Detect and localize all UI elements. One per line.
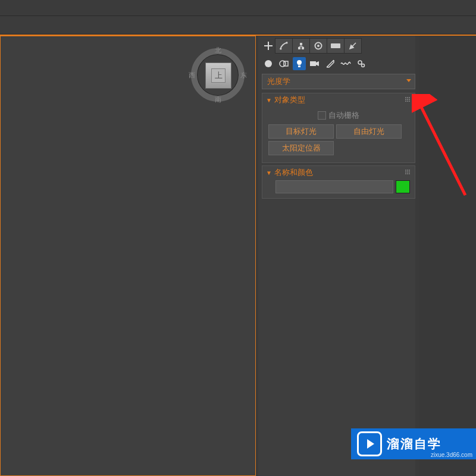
collapse-icon: ▼ <box>266 170 272 176</box>
svg-rect-12 <box>310 61 316 66</box>
svg-point-6 <box>317 45 320 47</box>
rollout-header-name-color[interactable]: ▼ 名称和颜色 <box>262 166 415 179</box>
svg-line-15 <box>418 100 465 195</box>
category-shapes[interactable] <box>277 57 290 70</box>
chevron-down-icon <box>406 79 411 82</box>
svg-point-14 <box>362 64 365 67</box>
svg-rect-7 <box>331 43 340 48</box>
viewcube-north: 北 <box>215 46 221 55</box>
auto-grid-checkbox[interactable] <box>318 111 326 120</box>
category-cameras[interactable] <box>308 57 321 70</box>
viewcube[interactable]: 北 南 东 西 上 <box>191 48 245 102</box>
rollout-body-object-type: 自动栅格 目标灯光 自由灯光 太阳定位器 <box>262 107 415 162</box>
rollout-header-object-type[interactable]: ▼ 对象类型 <box>262 93 415 107</box>
menu-bar <box>0 0 476 16</box>
command-panel-tabs <box>258 36 419 55</box>
svg-rect-4 <box>300 43 302 45</box>
svg-rect-3 <box>302 47 304 49</box>
command-panel: 光度学 ▼ 对象类型 自动栅格 目标灯光 自由灯光 太阳定位器 <box>258 36 419 476</box>
tab-motion[interactable] <box>327 38 345 54</box>
auto-grid-row: 自动栅格 <box>268 110 409 121</box>
svg-point-8 <box>265 60 272 67</box>
viewcube-south: 南 <box>215 95 221 104</box>
category-helpers[interactable] <box>324 57 337 70</box>
viewcube-face-top[interactable]: 上 <box>211 68 226 83</box>
object-color-swatch[interactable] <box>396 180 410 193</box>
grip-icon[interactable] <box>405 97 411 103</box>
viewcube-east: 东 <box>240 71 247 80</box>
tab-hierarchy[interactable] <box>309 38 327 54</box>
tab-modify[interactable] <box>292 38 310 54</box>
free-light-button[interactable]: 自由灯光 <box>336 124 402 139</box>
svg-rect-11 <box>298 65 300 67</box>
svg-point-1 <box>286 42 288 44</box>
rollout-title: 名称和颜色 <box>274 167 313 178</box>
light-type-dropdown[interactable]: 光度学 <box>262 74 415 89</box>
rollout-title: 对象类型 <box>274 95 305 105</box>
rollout-object-type: ▼ 对象类型 自动栅格 目标灯光 自由灯光 太阳定位器 <box>262 93 415 163</box>
collapse-icon: ▼ <box>266 97 272 104</box>
rollout-name-color: ▼ 名称和颜色 <box>262 165 415 199</box>
category-systems[interactable] <box>355 57 368 70</box>
category-spacewarps[interactable] <box>339 57 352 70</box>
watermark: 溜溜自学 zixue.3d66.com <box>351 428 476 459</box>
category-geometry[interactable] <box>262 57 275 70</box>
viewcube-west: 西 <box>189 71 195 80</box>
watermark-brand: 溜溜自学 <box>387 436 441 452</box>
name-color-row <box>262 179 415 198</box>
main-toolbar <box>0 16 476 35</box>
sun-positioner-button[interactable]: 太阳定位器 <box>268 141 334 155</box>
watermark-url: zixue.3d66.com <box>431 452 472 458</box>
svg-point-0 <box>280 48 282 50</box>
svg-point-13 <box>358 61 362 64</box>
object-name-input[interactable] <box>275 180 393 193</box>
workspace: 北 南 东 西 上 <box>0 36 476 476</box>
target-light-button[interactable]: 目标灯光 <box>268 124 334 139</box>
grip-icon[interactable] <box>405 170 411 176</box>
create-category-row <box>258 55 419 74</box>
viewport-top[interactable]: 北 南 东 西 上 <box>0 36 256 476</box>
panel-scrollbar[interactable] <box>415 36 419 476</box>
tab-create[interactable] <box>275 38 293 54</box>
tab-display[interactable] <box>344 38 362 54</box>
dropdown-label: 光度学 <box>267 76 290 87</box>
annotation-arrow <box>412 94 476 201</box>
auto-grid-label: 自动栅格 <box>328 110 359 121</box>
viewcube-face[interactable]: 上 <box>205 62 231 89</box>
svg-rect-2 <box>298 47 300 49</box>
category-lights[interactable] <box>293 57 306 70</box>
play-icon <box>357 431 382 456</box>
plus-icon[interactable] <box>261 39 275 53</box>
